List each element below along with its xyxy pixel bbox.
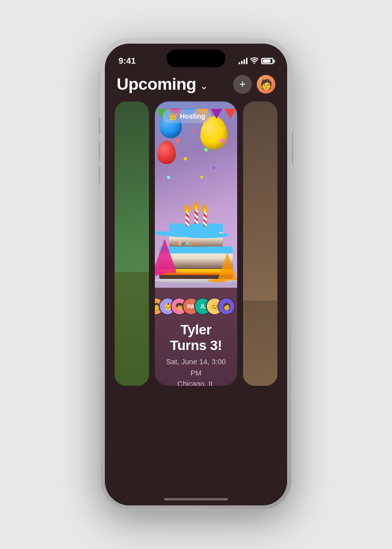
avatar-emoji: 🧑 (260, 78, 272, 90)
event-date-time-line1: Sat, June 14, 3:00 PM (165, 356, 227, 378)
page-title: Upcoming (117, 75, 196, 94)
chevron-down-icon: ⌄ (200, 80, 208, 92)
flame-2 (194, 203, 198, 210)
crown-icon: 👑 (169, 112, 177, 120)
event-banner-image: 👑 Hosting (155, 101, 237, 288)
confetti (167, 175, 171, 179)
party-hat-right (218, 253, 237, 280)
user-avatar-button[interactable]: 🧑 (257, 75, 275, 94)
guest-avatar-7: 👩 (218, 298, 235, 315)
candle-stick-2 (195, 210, 198, 224)
next-event-card[interactable] (243, 101, 277, 386)
event-location: Chicago, IL (165, 378, 227, 386)
phone-inner: 9:41 (105, 44, 287, 505)
app-header: Upcoming ⌄ + 🧑 (105, 71, 287, 101)
status-time: 9:41 (119, 56, 136, 66)
guests-row: 🧑 👶 🧒 RW JL 😊 👩 (155, 296, 237, 317)
candles (185, 203, 207, 226)
balloon-red (157, 141, 176, 164)
event-info-panel: 🧑 👶 🧒 RW JL 😊 👩 Tyler Turns 3! Sat, June… (155, 288, 237, 386)
main-event-card[interactable]: 👑 Hosting 🧑 👶 🧒 RW JL 😊 (155, 101, 237, 386)
candle-3 (203, 205, 207, 226)
dynamic-island (167, 50, 225, 67)
hosting-label: Hosting (180, 112, 205, 120)
confetti (200, 175, 204, 179)
wifi-icon (250, 57, 258, 65)
battery-icon (261, 58, 273, 64)
previous-event-card[interactable] (115, 101, 149, 386)
home-indicator (164, 498, 228, 500)
event-datetime: Sat, June 14, 3:00 PM Chicago, IL (165, 356, 227, 386)
confetti (175, 138, 180, 144)
flame-1 (185, 205, 189, 212)
confetti (212, 167, 215, 170)
hosting-badge: 👑 Hosting (163, 109, 211, 123)
signal-icon (239, 58, 247, 64)
cake-sprinkles (175, 242, 217, 246)
confetti (183, 157, 187, 161)
candle-2 (194, 203, 198, 224)
confetti (192, 129, 195, 132)
event-title: Tyler Turns 3! (165, 322, 227, 353)
status-icons (239, 57, 273, 65)
header-title-group[interactable]: Upcoming ⌄ (117, 75, 208, 94)
candle-stick-3 (203, 213, 207, 226)
candle-1 (185, 205, 189, 226)
add-event-button[interactable]: + (233, 75, 252, 94)
party-hat-left (155, 239, 177, 273)
header-actions: + 🧑 (233, 75, 275, 94)
flame-3 (203, 205, 207, 212)
content-area: 👑 Hosting 🧑 👶 🧒 RW JL 😊 (105, 101, 287, 505)
screen: 9:41 (105, 44, 287, 505)
phone-frame: 9:41 (100, 39, 292, 510)
candle-stick-1 (186, 213, 189, 226)
plus-icon: + (240, 79, 246, 90)
